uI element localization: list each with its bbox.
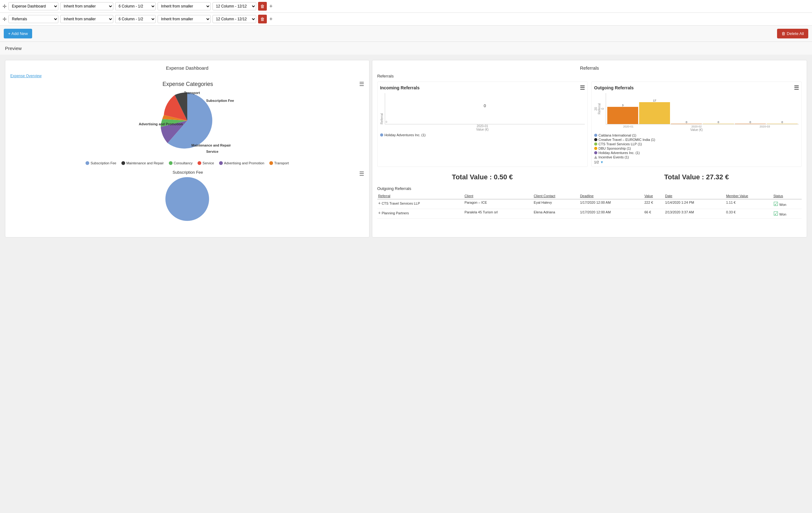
add-row-1-button[interactable]: + <box>269 3 273 10</box>
col12-select-1b[interactable]: 12 Column - 12/12 <box>212 2 256 10</box>
outgoing-y-label: Referral <box>598 103 601 114</box>
referrals-subtitle: Referrals <box>377 74 802 78</box>
add-row-2-button[interactable]: + <box>269 16 273 23</box>
incoming-zero: 0 <box>484 103 486 108</box>
expense-legend: Subscription Fee Maintenance and Repair … <box>10 161 364 165</box>
delete-row-1-button[interactable]: 🗑 <box>258 2 267 10</box>
legend-subscription: Subscription Fee <box>86 161 116 165</box>
bar-2020-03-b <box>767 124 798 124</box>
bar-2020-02-a <box>671 124 702 124</box>
incoming-legend-dot <box>380 133 383 137</box>
legend-service: Service <box>198 161 214 165</box>
col12-select-2b[interactable]: 12 Column - 12/12 <box>212 15 256 23</box>
bar-2020-03-a <box>735 124 766 124</box>
col-status[interactable]: Status <box>772 193 802 199</box>
incoming-referrals-chart: Incoming Referrals ☰ Referral 0 0 2020-0… <box>377 82 588 167</box>
pagination-down-arrow[interactable]: ▼ <box>600 160 604 164</box>
subscription-fee-section: Subscription Fee ☰ <box>10 170 364 221</box>
preview-label: Preview <box>0 42 812 55</box>
service-label: Service <box>206 150 219 154</box>
col-select-1a[interactable]: 6 Column - 1/2 <box>115 2 156 10</box>
outgoing-x-label: Value (€) <box>594 128 799 132</box>
expense-overview-link[interactable]: Expense Overview <box>10 74 364 78</box>
toolbar-row-1: ✛ Expense Dashboard Inherit from smaller… <box>0 0 812 13</box>
bar-2020-02-b <box>703 124 734 124</box>
name-select-2[interactable]: Referrals <box>8 15 58 23</box>
outgoing-chart-menu[interactable]: ☰ <box>794 84 799 91</box>
toolbar-row-2: ✛ Referrals Inherit from smaller 6 Colum… <box>0 13 812 26</box>
incoming-legend-item: Holiday Adventures Inc. (1) <box>380 133 585 137</box>
outgoing-legend: Caldana International (1) Creative Trave… <box>594 133 799 159</box>
col-contact[interactable]: Client Contact <box>533 193 579 199</box>
legend-transport: Transport <box>269 161 289 165</box>
outgoing-pagination: 1/2 ▼ <box>594 160 799 164</box>
subscription-fee-title: Subscription Fee <box>173 170 203 174</box>
outgoing-x-axis: 2020-01 2020-02 2020-03 <box>594 125 799 128</box>
total-values-row: Total Value : 0.50 € Total Value : 27.32… <box>377 170 802 184</box>
row-expand-1[interactable]: + <box>378 200 381 206</box>
legend-consultancy: Consultancy <box>169 161 193 165</box>
expense-dashboard-panel: Expense Dashboard Expense Overview Expen… <box>5 60 370 238</box>
incoming-chart-menu[interactable]: ☰ <box>580 84 585 91</box>
row-expand-2[interactable]: + <box>378 210 381 215</box>
advertising-label: Advertising and Promotion <box>139 122 183 126</box>
subscription-circle <box>165 177 209 221</box>
legend-advertising: Advertising and Promotion <box>219 161 264 165</box>
incoming-total-value: Total Value : 0.50 € <box>377 170 588 184</box>
referrals-charts-row: Incoming Referrals ☰ Referral 0 0 2020-0… <box>377 82 802 167</box>
incoming-x-date: 2020-01 <box>380 124 585 128</box>
inherit-select-1a[interactable]: Inherit from smaller <box>60 2 113 10</box>
outgoing-title: Outgoing Referrals <box>594 85 634 90</box>
outgoing-referrals-table-title: Outgoing Referrals <box>377 186 802 191</box>
preview-area: Expense Dashboard Expense Overview Expen… <box>0 55 812 242</box>
subscription-chart-menu-icon[interactable]: ☰ <box>359 170 364 177</box>
inherit-select-1b[interactable]: Inherit from smaller <box>157 2 211 10</box>
referrals-panel: Referrals Referrals Incoming Referrals ☰… <box>372 60 807 238</box>
status-won-2: ☑ <box>773 211 778 217</box>
incoming-y-axis-label: Referral <box>380 93 383 124</box>
col-member-value[interactable]: Member Value <box>725 193 773 199</box>
inherit-select-2a[interactable]: Inherit from smaller <box>60 15 113 23</box>
incoming-title: Incoming Referrals <box>380 85 420 90</box>
expense-dashboard-title: Expense Dashboard <box>10 65 364 71</box>
inherit-select-2b[interactable]: Inherit from smaller <box>157 15 211 23</box>
expense-categories-section: Expense Categories ☰ <box>10 81 364 165</box>
bar-2020-01-b <box>639 102 670 124</box>
delete-row-2-button[interactable]: 🗑 <box>258 15 267 23</box>
outgoing-total-value: Total Value : 27.32 € <box>591 170 802 184</box>
name-select-1[interactable]: Expense Dashboard <box>8 2 58 10</box>
drag-handle-2[interactable]: ✛ <box>2 16 6 22</box>
legend-maintenance: Maintenance and Repair <box>121 161 164 165</box>
bar-2020-01-a <box>607 107 638 124</box>
col-value[interactable]: Value <box>643 193 664 199</box>
add-new-button[interactable]: + Add New <box>4 29 32 38</box>
transport-label: Transport <box>184 91 200 94</box>
col-referral[interactable]: Referral <box>377 193 464 199</box>
table-row: + Planning Partners Paralela 45 Turism s… <box>377 209 802 219</box>
subscription-fee-label: Subscription Fee <box>206 99 234 103</box>
col-client[interactable]: Client <box>463 193 533 199</box>
expense-chart-menu-icon[interactable]: ☰ <box>359 81 364 87</box>
maintenance-label: Maintenance and Repair <box>191 143 231 147</box>
col-select-2a[interactable]: 6 Column - 1/2 <box>115 15 156 23</box>
status-won-1: ☑ <box>773 201 778 207</box>
table-row: + CTS Travel Services LLP Paragon – ICE … <box>377 199 802 209</box>
delete-all-button[interactable]: 🗑 Delete All <box>777 29 808 38</box>
outgoing-referrals-table: Referral Client Client Contact Deadline … <box>377 193 802 219</box>
expense-categories-title: Expense Categories <box>17 81 359 87</box>
col-deadline[interactable]: Deadline <box>579 193 643 199</box>
action-bar: + Add New 🗑 Delete All <box>0 26 812 42</box>
incoming-x-label: Value (€) <box>380 128 585 131</box>
referrals-panel-title: Referrals <box>377 65 802 71</box>
drag-handle-1[interactable]: ✛ <box>2 3 6 9</box>
col-date[interactable]: Date <box>664 193 725 199</box>
outgoing-referrals-chart: Outgoing Referrals ☰ 20 Referral 0 3 <box>591 82 802 167</box>
